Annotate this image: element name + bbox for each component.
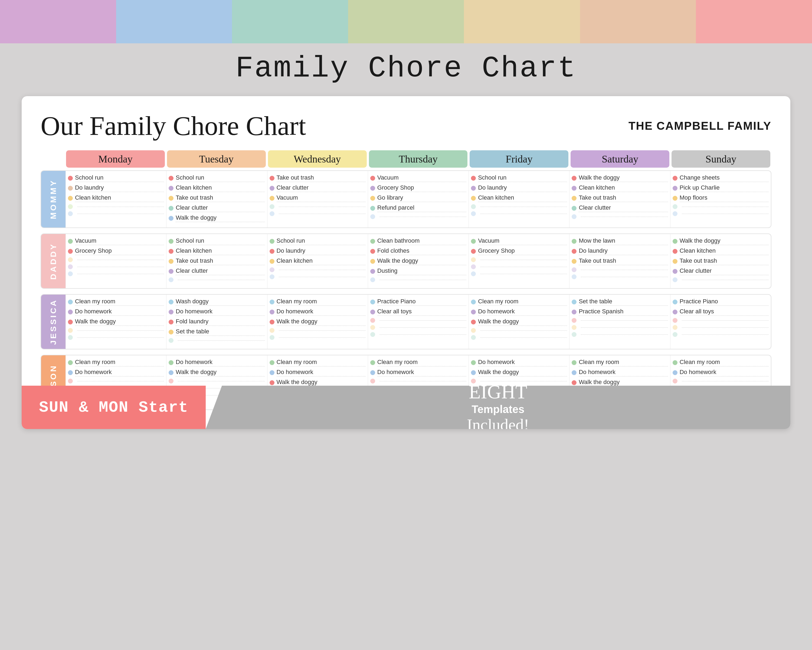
chore-empty-jessica-1-4 [169, 338, 265, 343]
chore-empty-mommy-4-3 [471, 204, 567, 209]
chore-item-mommy-2-2: Vacuum [270, 194, 366, 202]
chore-text: Do homework [176, 359, 265, 366]
chore-item-jessica-0-0: Clean my room [68, 298, 164, 306]
chore-dot [270, 239, 275, 244]
chore-text: Take out trash [176, 194, 265, 202]
chore-dot-empty [673, 211, 678, 216]
chore-dot-empty [270, 204, 275, 209]
chore-text: Clean kitchen [75, 194, 164, 202]
chore-item-mommy-1-1: Clean kitchen [169, 184, 265, 192]
top-bar-peach [580, 0, 696, 43]
chore-dot-empty [471, 271, 476, 276]
bottom-left-text: SUN & MON Start [39, 399, 188, 416]
chore-empty-line [480, 381, 567, 381]
chore-dot-empty [68, 257, 73, 262]
chore-empty-mommy-6-4 [673, 211, 769, 216]
chore-dot-empty [169, 379, 174, 384]
chore-dot [169, 249, 174, 254]
chore-empty-jessica-2-4 [270, 335, 366, 340]
chore-text: Take out trash [276, 174, 366, 182]
day-col-daddy-5: Mow the lawnDo laundryTake out trash [569, 234, 670, 288]
chore-text: Grocery Shop [75, 247, 164, 255]
day-col-daddy-3: Clean bathroomFold clothesWalk the doggy… [368, 234, 469, 288]
chore-item-mommy-6-1: Pick up Charlie [673, 184, 769, 192]
chore-dot [471, 176, 476, 180]
chore-dot-empty [471, 257, 476, 262]
person-label-jessica: JESSICA [41, 295, 66, 349]
chore-empty-jessica-6-4 [673, 332, 769, 337]
card-subtitle: Our Family Chore Chart [41, 112, 306, 139]
chore-dot [270, 186, 275, 191]
chore-text: Clear clutter [176, 267, 265, 275]
chore-empty-daddy-4-4 [471, 271, 567, 276]
chore-dot [572, 380, 577, 385]
chore-empty-line [279, 206, 366, 207]
chore-dot-empty [471, 204, 476, 209]
chore-text: Walk the doggy [377, 257, 466, 265]
chore-text: Take out trash [176, 257, 265, 265]
chore-text: Do homework [377, 369, 466, 376]
chore-empty-jessica-6-3 [673, 325, 769, 330]
chore-dot-empty [270, 335, 275, 340]
chore-empty-daddy-6-4 [673, 277, 769, 282]
chore-item-jessica-5-0: Set the table [572, 298, 668, 306]
chore-dot [68, 320, 73, 324]
chore-dot [169, 239, 174, 244]
chore-dot [572, 310, 577, 314]
chore-dot-empty [68, 265, 73, 269]
chore-empty-jessica-4-3 [471, 328, 567, 333]
chore-empty-line [77, 381, 164, 381]
chore-empty-line [480, 206, 567, 207]
top-bar-yellow [464, 0, 580, 43]
chore-dot-empty [471, 335, 476, 340]
chore-item-daddy-2-1: Do laundry [270, 247, 366, 255]
day-header-saturday: Saturday [571, 150, 669, 168]
chore-text: Set the table [579, 298, 668, 306]
chore-text: Walk the doggy [75, 318, 164, 326]
bottom-banner: SUN & MON Start EIGHT Templates Included… [21, 386, 791, 429]
chore-item-jason-5-0: Clean my room [572, 359, 668, 366]
chore-empty-line [581, 270, 668, 270]
chore-dot [270, 320, 275, 324]
days-grid-mommy: School runDo laundryClean kitchenSchool … [66, 171, 771, 228]
chore-empty-jason-3-2 [370, 379, 466, 384]
chore-empty-line [279, 330, 366, 331]
chore-empty-daddy-0-2 [68, 257, 164, 262]
chore-item-daddy-1-2: Take out trash [169, 257, 265, 265]
chore-text: Do homework [75, 308, 164, 316]
chore-dot-empty [370, 379, 375, 384]
chore-item-daddy-6-2: Take out trash [673, 257, 769, 265]
chore-empty-line [480, 214, 567, 214]
day-col-daddy-1: School runClean kitchenTake out trashCle… [166, 234, 267, 288]
chore-text: Clean bathroom [377, 237, 466, 245]
chore-text: School run [75, 174, 164, 182]
chore-item-jason-5-2: Walk the doggy [572, 379, 668, 387]
chore-empty-daddy-1-4 [169, 277, 265, 282]
chore-text: School run [276, 237, 366, 245]
chore-text: Walk the doggy [276, 379, 366, 387]
card-header: Our Family Chore Chart THE CAMPBELL FAMI… [41, 112, 771, 139]
chore-item-mommy-3-0: Vacuum [370, 174, 466, 182]
chore-dot [370, 310, 375, 314]
chore-empty-line [380, 320, 466, 321]
chore-empty-daddy-2-3 [270, 267, 366, 272]
day-col-daddy-4: VacuumGrocery Shop [469, 234, 569, 288]
chore-item-jason-0-1: Do homework [68, 369, 164, 376]
chore-text: Grocery Shop [478, 247, 567, 255]
chore-text: Clean kitchen [176, 247, 265, 255]
chore-dot [572, 370, 577, 375]
day-col-jessica-0: Clean my roomDo homeworkWalk the doggy [66, 295, 166, 349]
persons-container: MOMMYSchool runDo laundryClean kitchenSc… [41, 170, 771, 410]
chore-item-jessica-1-2: Fold laundry [169, 318, 265, 326]
chore-dot-empty [370, 214, 375, 219]
chore-dot [370, 300, 375, 304]
chore-text: Practice Spanish [579, 308, 668, 316]
chore-text: Do homework [478, 359, 567, 366]
chore-dot [572, 239, 577, 244]
chore-dot [270, 310, 275, 314]
chore-item-mommy-6-2: Mop floors [673, 194, 769, 202]
chore-item-mommy-5-2: Take out trash [572, 194, 668, 202]
chore-item-mommy-3-1: Grocery Shop [370, 184, 466, 192]
day-header-tuesday: Tuesday [167, 150, 266, 168]
day-col-daddy-2: School runDo laundryClean kitchen [267, 234, 368, 288]
